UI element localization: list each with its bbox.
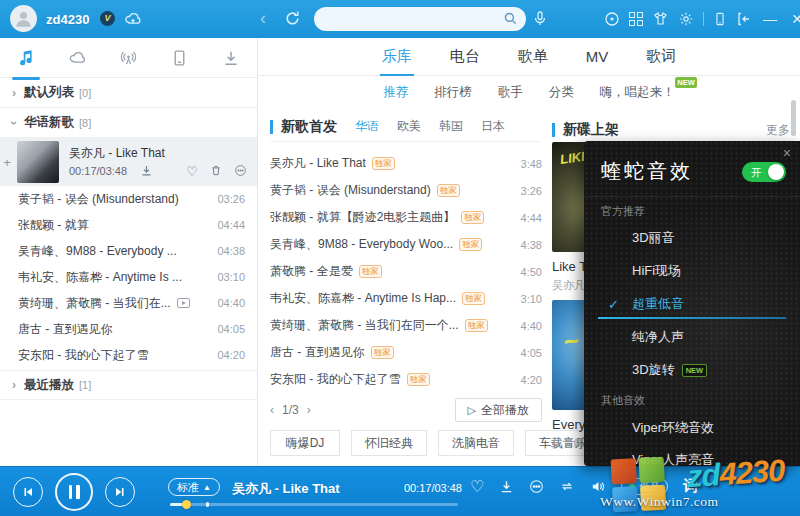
identify-music-icon[interactable] — [604, 11, 620, 27]
effect-3d-sound[interactable]: 3D丽音 — [632, 229, 675, 247]
song-row[interactable]: 韦礼安、陈嘉桦 - Anytime Is Hap...独家3:10 — [270, 285, 542, 312]
effect-viper-vocal-bright[interactable]: Viper人声亮音 — [632, 451, 714, 469]
quick-tag[interactable]: 洗脑电音 — [438, 430, 514, 456]
back-icon[interactable]: ‹ — [260, 8, 266, 29]
more-options-icon[interactable] — [234, 164, 247, 179]
quality-selector[interactable]: 标准▲ — [168, 478, 220, 496]
song-row[interactable]: 吴青峰、9M88 - Everybody Woo...独家4:38 — [270, 231, 542, 258]
subtab-rank[interactable]: 排行榜 — [434, 84, 472, 101]
mini-mode-icon[interactable] — [736, 11, 752, 27]
song-row[interactable]: 安东阳 - 我的心下起了雪独家4:20 — [270, 366, 542, 393]
next-button[interactable] — [105, 477, 135, 507]
category-japanese[interactable]: 日本 — [481, 118, 505, 135]
effect-hifi-live[interactable]: HiFi现场 — [632, 262, 681, 280]
close-button[interactable]: ✕ — [788, 11, 800, 27]
song-duration: 3:26 — [521, 185, 542, 197]
vip-badge[interactable]: V — [100, 11, 115, 26]
sidebar-song-row[interactable]: 唐古 - 直到遇见你 04:05 — [0, 316, 257, 342]
download-icon[interactable] — [499, 479, 514, 494]
add-icon[interactable]: + — [0, 138, 14, 186]
song-row[interactable]: 黄绮珊、萧敬腾 - 当我们在同一个...独家4:40 — [270, 312, 542, 339]
song-row[interactable]: 唐古 - 直到遇见你独家4:05 — [270, 339, 542, 366]
song-duration: 4:20 — [521, 374, 542, 386]
cloud-sync-icon[interactable] — [124, 10, 142, 28]
tab-mv[interactable]: MV — [584, 39, 611, 74]
song-row[interactable]: 吴亦凡 - Like That独家3:48 — [270, 150, 542, 177]
microphone-icon[interactable] — [532, 10, 548, 27]
delete-trash-icon[interactable] — [210, 164, 222, 179]
category-western[interactable]: 欧美 — [397, 118, 421, 135]
tab-cloud-icon[interactable] — [57, 43, 97, 73]
effect-viper-surround[interactable]: Viper环绕音效 — [632, 419, 714, 437]
search-box[interactable] — [314, 7, 526, 31]
more-link[interactable]: 更多 — [766, 122, 790, 139]
refresh-icon[interactable] — [284, 10, 301, 27]
check-icon: ✓ — [608, 297, 619, 312]
avatar[interactable] — [10, 5, 37, 32]
page-next[interactable]: › — [307, 403, 311, 417]
now-playing-row[interactable]: + 吴亦凡 - Like That 00:17/03:48 ♡ — [0, 138, 257, 186]
subtab-sing[interactable]: 嗨，唱起来！NEW — [600, 84, 675, 101]
sidebar-song-row[interactable]: 黄绮珊、萧敬腾 - 当我们在... 04:40 — [0, 290, 257, 316]
previous-button[interactable] — [13, 477, 43, 507]
lyrics-button[interactable]: 词 — [683, 477, 698, 496]
subtab-singers[interactable]: 歌手 — [498, 84, 523, 101]
playlist-group-chinese-new[interactable]: › 华语新歌 [8] — [0, 108, 257, 138]
mv-icon[interactable] — [177, 298, 190, 308]
mobile-icon[interactable] — [713, 11, 727, 27]
volume-speaker-icon[interactable] — [590, 479, 606, 494]
sound-effect-pill[interactable]: 低音 — [621, 478, 668, 495]
pause-icon — [69, 485, 80, 499]
quick-tag[interactable]: 怀旧经典 — [351, 430, 427, 456]
scrollbar-thumb[interactable] — [791, 100, 796, 136]
progress-knob[interactable] — [182, 500, 191, 509]
page-prev[interactable]: ‹ — [270, 403, 274, 417]
search-input[interactable] — [326, 8, 496, 30]
username[interactable]: zd4230 — [46, 12, 89, 27]
tab-download-icon[interactable] — [211, 43, 251, 73]
song-row[interactable]: 黄子韬 - 误会 (Misunderstand)独家3:26 — [270, 177, 542, 204]
play-all-button[interactable]: ▷全部播放 — [455, 398, 542, 422]
search-icon[interactable] — [503, 11, 518, 26]
viper-toggle-on[interactable]: 开 — [742, 162, 786, 182]
progress-track[interactable] — [170, 503, 458, 506]
more-options-icon[interactable] — [529, 479, 544, 494]
category-korean[interactable]: 韩国 — [439, 118, 463, 135]
effect-super-bass[interactable]: ✓ 超重低音 — [632, 295, 684, 313]
subtab-recommend[interactable]: 推荐 — [383, 84, 408, 101]
song-row[interactable]: 张靓颖 - 就算【爵迹2电影主题曲】独家4:44 — [270, 204, 542, 231]
toggle-knob — [768, 164, 784, 180]
repeat-mode-icon[interactable] — [559, 479, 575, 494]
effect-pure-vocal[interactable]: 纯净人声 — [632, 328, 684, 346]
skin-icon[interactable] — [652, 11, 669, 27]
viper-panel-title: 蝰蛇音效 — [601, 158, 693, 185]
quick-tag[interactable]: 嗨爆DJ — [270, 430, 340, 456]
category-chinese[interactable]: 华语 — [355, 118, 379, 135]
favorite-heart-icon[interactable]: ♡ — [186, 164, 198, 179]
pause-button[interactable] — [55, 473, 93, 511]
tab-playlists[interactable]: 歌单 — [516, 38, 550, 75]
song-row[interactable]: 萧敬腾 - 全是爱独家4:50 — [270, 258, 542, 285]
minimize-button[interactable]: — — [761, 11, 779, 27]
playlist-group-recent[interactable]: › 最近播放 [1] — [0, 370, 257, 400]
tab-device-icon[interactable] — [160, 43, 200, 73]
tab-radio[interactable]: 电台 — [448, 38, 482, 75]
download-icon[interactable] — [140, 164, 153, 177]
sidebar-song-row[interactable]: 韦礼安、陈嘉桦 - Anytime Is ... 03:10 — [0, 264, 257, 290]
tab-music-library[interactable]: 乐库 — [380, 38, 414, 75]
sidebar-song-row[interactable]: 安东阳 - 我的心下起了雪 04:20 — [0, 342, 257, 368]
apps-grid-icon[interactable] — [629, 12, 643, 26]
subtab-categories[interactable]: 分类 — [549, 84, 574, 101]
panel-close-icon[interactable]: × — [783, 145, 791, 161]
playlist-group-default[interactable]: › 默认列表 [0] — [0, 78, 257, 108]
sidebar-song-row[interactable]: 黄子韬 - 误会 (Misunderstand) 03:26 — [0, 186, 257, 212]
song-duration: 04:40 — [217, 297, 245, 309]
tab-local-music-icon[interactable] — [6, 43, 46, 73]
tab-lyrics[interactable]: 歌词 — [644, 38, 678, 75]
effect-3d-rotate[interactable]: 3D旋转 NEW — [632, 361, 707, 379]
sidebar-song-row[interactable]: 张靓颖 - 就算 04:44 — [0, 212, 257, 238]
tab-radio-icon[interactable] — [108, 43, 148, 73]
settings-gear-icon[interactable] — [678, 11, 694, 27]
sidebar-song-row[interactable]: 吴青峰、9M88 - Everybody ... 04:38 — [0, 238, 257, 264]
favorite-heart-icon[interactable]: ♡ — [470, 479, 484, 495]
